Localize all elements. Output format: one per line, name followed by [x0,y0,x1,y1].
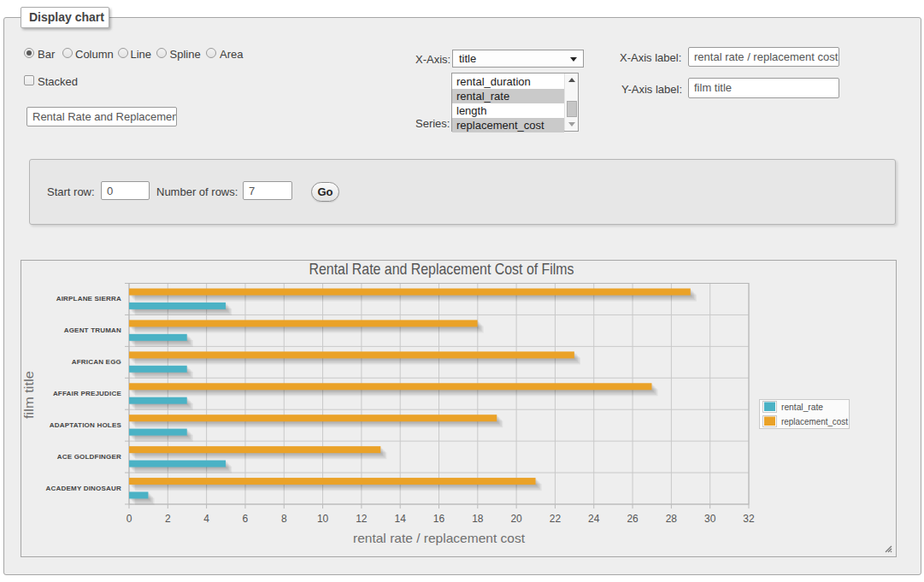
svg-text:ACADEMY DINOSAUR: ACADEMY DINOSAUR [46,485,121,492]
svg-text:AGENT TRUMAN: AGENT TRUMAN [64,326,121,334]
svg-text:6: 6 [243,513,249,525]
svg-text:ADAPTATION HOLES: ADAPTATION HOLES [50,421,122,429]
svg-text:28: 28 [666,513,678,525]
svg-text:film title: film title [21,371,36,419]
svg-text:22: 22 [550,513,562,525]
svg-text:14: 14 [395,513,407,525]
svg-text:AFFAIR PREJUDICE: AFFAIR PREJUDICE [53,390,122,397]
svg-text:12: 12 [356,513,368,525]
svg-text:2: 2 [165,513,171,525]
svg-text:18: 18 [472,513,484,525]
svg-text:4: 4 [203,513,209,525]
svg-text:32: 32 [743,513,755,525]
svg-text:AFRICAN EGG: AFRICAN EGG [72,358,121,366]
svg-text:replacement_cost: replacement_cost [781,416,848,426]
svg-text:ACE GOLDFINGER: ACE GOLDFINGER [57,453,121,461]
svg-text:16: 16 [433,513,445,525]
svg-text:20: 20 [510,513,522,525]
svg-text:24: 24 [588,513,600,525]
svg-text:30: 30 [704,513,716,525]
svg-text:AIRPLANE SIERRA: AIRPLANE SIERRA [56,295,121,303]
svg-text:10: 10 [317,513,329,525]
svg-text:rental_rate: rental_rate [781,402,823,412]
svg-text:8: 8 [281,513,287,525]
svg-text:0: 0 [127,513,132,525]
svg-text:Rental Rate and Replacement Co: Rental Rate and Replacement Cost of Film… [309,261,574,278]
svg-text:26: 26 [627,513,639,525]
svg-text:rental rate / replacement cost: rental rate / replacement cost [353,531,526,545]
